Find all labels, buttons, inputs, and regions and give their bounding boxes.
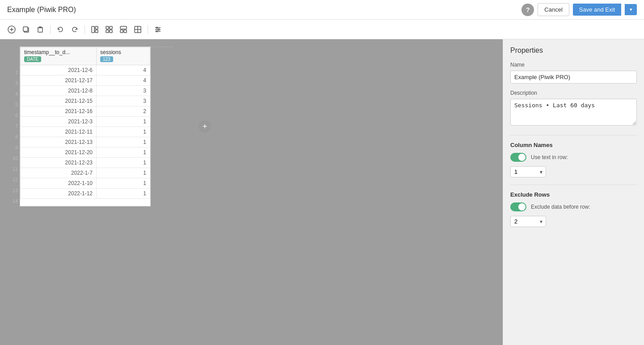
add-column-placeholder[interactable] <box>151 46 173 47</box>
cell-sessions-12: 1 <box>97 189 150 199</box>
description-label: Description <box>510 90 637 96</box>
table-row: 2021-12-20 1 <box>21 147 150 158</box>
row-num-8: 8 <box>7 131 18 142</box>
row-num-3: 3 <box>7 78 18 88</box>
delete-button[interactable] <box>34 23 47 36</box>
help-button[interactable]: ? <box>521 4 534 16</box>
exclude-rows-section-title: Exclude Rows <box>510 191 637 198</box>
table-row: 2021-12-3 1 <box>21 117 150 127</box>
row-num-5: 5 <box>7 99 18 110</box>
svg-point-24 <box>157 30 158 32</box>
svg-rect-15 <box>124 30 127 33</box>
description-textarea[interactable]: Sessions • Last 60 days <box>510 99 637 126</box>
header-actions: ? Cancel Save and Exit ▾ <box>521 3 637 16</box>
row-num-13: 13 <box>7 185 18 196</box>
table-row: 2021-12-13 1 <box>21 137 150 147</box>
cell-sessions-9: 1 <box>97 158 150 168</box>
properties-panel: Properties Name Description Sessions • L… <box>503 39 644 345</box>
row-num-12: 12 <box>7 174 18 185</box>
row-number-select-row: 1 2 3 ▾ <box>510 166 637 177</box>
svg-rect-8 <box>95 30 98 33</box>
duplicate-button[interactable] <box>20 23 32 36</box>
svg-rect-7 <box>95 26 98 29</box>
header: Example (Piwik PRO) ? Cancel Save and Ex… <box>0 0 644 20</box>
svg-rect-9 <box>106 26 109 29</box>
col-sessions-badge: 123 <box>100 56 113 62</box>
add-button[interactable] <box>5 23 18 36</box>
exclude-data-before-row-row: Exclude data before row: <box>510 202 637 211</box>
toolbar <box>0 20 644 39</box>
exclude-data-before-row-label: Exclude data before row: <box>531 204 590 210</box>
cell-date-2: 2021-12-8 <box>21 86 97 96</box>
table-row: 2021-12-16 2 <box>21 106 150 117</box>
use-text-toggle[interactable] <box>510 153 526 162</box>
svg-rect-5 <box>38 28 42 32</box>
name-input[interactable] <box>510 71 637 84</box>
divider2 <box>85 25 85 34</box>
row-num-6: 6 <box>7 110 18 121</box>
table-row: 2022-1-12 1 <box>21 189 150 199</box>
row-number-select[interactable]: 1 2 3 <box>510 166 546 177</box>
svg-rect-10 <box>110 26 112 29</box>
exclude-row-select-wrapper: 1 2 3 ▾ <box>510 216 546 227</box>
cell-date-7: 2021-12-13 <box>21 137 97 147</box>
table-row: 2022-1-10 1 <box>21 178 150 189</box>
col-header-date: timestamp__to_d... DATE <box>21 47 97 65</box>
app-title: Example (Piwik PRO) <box>7 6 76 14</box>
layout1-button[interactable] <box>89 23 101 36</box>
add-column-button[interactable]: + <box>199 120 211 133</box>
cell-date-3: 2021-12-15 <box>21 96 97 106</box>
svg-point-22 <box>157 27 158 28</box>
row-num-10: 10 <box>7 153 18 164</box>
table-row: 2021-12-11 1 <box>21 127 150 137</box>
cell-date-11: 2022-1-10 <box>21 178 97 189</box>
redo-button[interactable] <box>68 23 81 36</box>
table-row: 2021-12-6 4 <box>21 65 150 76</box>
svg-rect-13 <box>120 26 127 29</box>
cell-sessions-8: 1 <box>97 147 150 158</box>
col-header-sessions: sessions 123 <box>97 47 150 65</box>
canvas-area[interactable]: 2 3 4 5 6 7 8 9 10 11 12 13 14 <box>0 39 503 345</box>
row-num-4: 4 <box>7 88 18 99</box>
save-exit-button[interactable]: Save and Exit <box>573 4 621 16</box>
save-exit-dropdown-button[interactable]: ▾ <box>625 4 637 15</box>
main-layout: 2 3 4 5 6 7 8 9 10 11 12 13 14 <box>0 39 644 345</box>
exclude-data-toggle[interactable] <box>510 202 526 211</box>
layout4-button[interactable] <box>131 23 144 36</box>
undo-button[interactable] <box>54 23 67 36</box>
row-num-11: 11 <box>7 164 18 174</box>
settings-button[interactable] <box>152 23 164 36</box>
cell-sessions-7: 1 <box>97 137 150 147</box>
table-row: 2021-12-15 3 <box>21 96 150 106</box>
svg-point-23 <box>158 29 160 30</box>
svg-rect-11 <box>106 30 109 33</box>
exclude-row-select[interactable]: 1 2 3 <box>510 216 546 227</box>
col-sessions-name: sessions <box>100 49 146 55</box>
name-label: Name <box>510 62 637 68</box>
cell-date-4: 2021-12-16 <box>21 106 97 117</box>
use-text-in-row-label: Use text in row: <box>531 154 568 160</box>
cancel-button[interactable]: Cancel <box>538 3 569 16</box>
divider3 <box>148 25 148 34</box>
cell-date-6: 2021-12-11 <box>21 127 97 137</box>
svg-rect-4 <box>23 27 28 31</box>
row-num-14: 14 <box>7 196 18 206</box>
cell-date-8: 2021-12-20 <box>21 147 97 158</box>
cell-sessions-1: 4 <box>97 76 150 86</box>
layout2-button[interactable] <box>103 23 115 36</box>
row-numbers: 2 3 4 5 6 7 8 9 10 11 12 13 14 <box>7 46 20 206</box>
col-date-badge: DATE <box>24 56 41 62</box>
table-body: 2021-12-6 4 2021-12-17 4 2021-12-8 3 202… <box>21 65 150 199</box>
cell-sessions-5: 1 <box>97 117 150 127</box>
row-num-7: 7 <box>7 121 18 131</box>
cell-sessions-0: 4 <box>97 65 150 76</box>
divider-after-column-names <box>510 185 637 185</box>
cell-sessions-11: 1 <box>97 178 150 189</box>
cell-date-12: 2022-1-12 <box>21 189 97 199</box>
svg-rect-14 <box>120 30 123 33</box>
table-row: 2021-12-17 4 <box>21 76 150 86</box>
cell-date-9: 2021-12-23 <box>21 158 97 168</box>
divider-after-description <box>510 135 637 135</box>
cell-date-5: 2021-12-3 <box>21 117 97 127</box>
layout3-button[interactable] <box>117 23 130 36</box>
